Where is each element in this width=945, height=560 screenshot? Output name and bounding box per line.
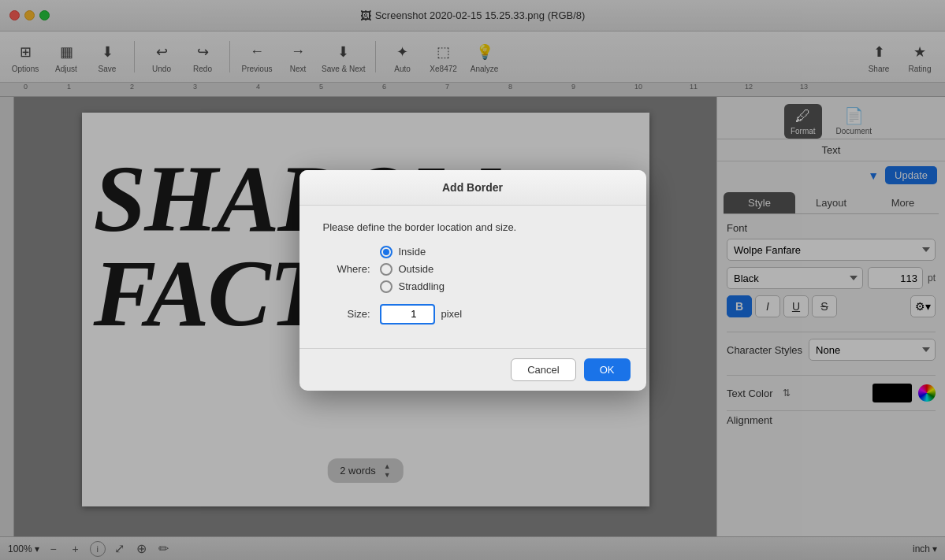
modal-title: Add Border [299, 170, 646, 206]
modal-description: Please define the border location and si… [323, 221, 623, 233]
inside-radio[interactable] [380, 246, 393, 258]
outside-radio[interactable] [380, 263, 393, 276]
location-radio-group: Inside Outside Straddling [380, 246, 445, 293]
size-input[interactable] [380, 304, 435, 325]
outside-option[interactable]: Outside [380, 263, 445, 276]
outside-label: Outside [399, 263, 434, 275]
size-label: Size: [323, 308, 370, 320]
modal-body: Please define the border location and si… [299, 206, 646, 348]
where-row: Where: Inside Outside Straddling [323, 246, 623, 293]
size-row: Size: pixel [323, 304, 623, 325]
inside-label: Inside [399, 246, 426, 258]
straddling-option[interactable]: Straddling [380, 280, 445, 293]
ok-button[interactable]: OK [584, 358, 631, 381]
straddling-radio[interactable] [380, 280, 393, 293]
size-unit-label: pixel [441, 308, 463, 320]
size-input-group: pixel [380, 304, 463, 325]
inside-option[interactable]: Inside [380, 246, 445, 258]
modal-footer: Cancel OK [299, 348, 646, 391]
cancel-button[interactable]: Cancel [511, 358, 575, 381]
inside-radio-fill [383, 249, 389, 255]
add-border-modal: Add Border Please define the border loca… [299, 170, 646, 391]
modal-overlay: Add Border Please define the border loca… [0, 0, 945, 560]
straddling-label: Straddling [399, 280, 445, 292]
where-label: Where: [323, 263, 370, 275]
